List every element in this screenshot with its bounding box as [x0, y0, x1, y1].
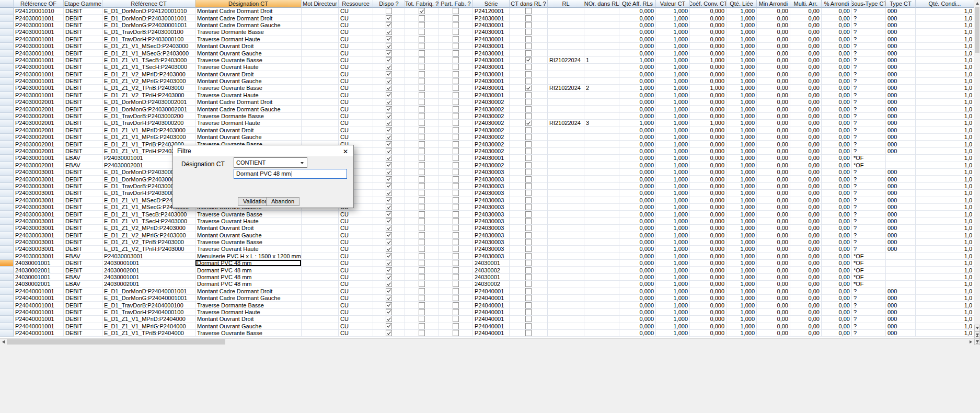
- cell-rl[interactable]: [548, 134, 584, 141]
- cell-qte_aff_rls[interactable]: 0,000: [619, 8, 656, 15]
- cell-sous_type_ct[interactable]: ?: [852, 22, 886, 29]
- cell-multi_arr[interactable]: 0,00: [790, 120, 822, 127]
- tot_fabriq-checkbox[interactable]: [419, 169, 425, 175]
- cell-rl[interactable]: [548, 288, 584, 295]
- cell-reference_of[interactable]: P24030003001: [14, 176, 64, 182]
- ct_dans_rl-checkbox[interactable]: [525, 162, 532, 168]
- cell-multi_arr[interactable]: 0,00: [790, 274, 822, 281]
- cell-valeur_ct[interactable]: 1,000: [656, 323, 690, 330]
- tot_fabriq-checkbox[interactable]: [419, 78, 425, 84]
- cell-serie[interactable]: P24040001: [473, 323, 510, 330]
- cell-mot_directeur[interactable]: [302, 267, 339, 273]
- cell-reference_of[interactable]: 24030001001: [14, 260, 64, 267]
- cell-valeur_ct[interactable]: 1,000: [656, 169, 690, 176]
- cell-designation_ct[interactable]: Dormant PVC 48 mm: [195, 267, 302, 273]
- cell-ressource[interactable]: CU: [339, 92, 373, 99]
- cell-min_arrondi[interactable]: 0,00: [757, 120, 790, 127]
- cell-dispo[interactable]: [373, 57, 405, 64]
- cell-valeur_ct[interactable]: 1,000: [656, 141, 690, 147]
- tot_fabriq-checkbox[interactable]: [419, 246, 425, 252]
- cell-sous_type_ct[interactable]: ?: [852, 309, 886, 316]
- cell-mot_directeur[interactable]: [302, 78, 339, 85]
- cell-reference_ct[interactable]: E_D1_Z1_V1_TPriB:P2404000: [102, 330, 195, 337]
- cell-ct_dans_rl[interactable]: [510, 155, 548, 162]
- cell-part_fab[interactable]: [439, 113, 473, 120]
- dispo-checkbox[interactable]: [386, 50, 392, 56]
- cell-type_ct[interactable]: [886, 281, 916, 288]
- cell-tot_fabriq[interactable]: [405, 113, 439, 120]
- cell-coef_conv_ct[interactable]: 0,000: [690, 302, 727, 308]
- cell-mot_directeur[interactable]: [302, 225, 339, 232]
- cell-designation_ct[interactable]: Traverse Ouvrant Haute: [195, 64, 302, 71]
- cell-rl[interactable]: [548, 253, 584, 260]
- cell-designation_ct[interactable]: Traverse Dormante Basse: [195, 29, 302, 36]
- cell-tot_fabriq[interactable]: [405, 260, 439, 267]
- ct_dans_rl-checkbox[interactable]: [525, 309, 532, 315]
- cell-coef_conv_ct[interactable]: 0,000: [690, 141, 727, 147]
- cell-qte_liee[interactable]: 1,000: [727, 274, 757, 281]
- cell-reference_ct[interactable]: E_D1_DorMonG:P24030002001: [102, 106, 195, 112]
- cell-reference_of[interactable]: P24040001001: [14, 330, 64, 337]
- cell-multi_arr[interactable]: 0,00: [790, 99, 822, 106]
- cell-rl[interactable]: [548, 281, 584, 288]
- cell-qte_condi[interactable]: 1,0: [916, 302, 974, 308]
- cell-qte_condi[interactable]: 1,0: [916, 78, 974, 85]
- ct_dans_rl-checkbox[interactable]: [525, 288, 532, 294]
- cell-qte_liee[interactable]: 1,000: [727, 197, 757, 204]
- cell-etape_gamme[interactable]: DEBIT: [64, 8, 102, 15]
- cell-min_arrondi[interactable]: 0,00: [757, 15, 790, 21]
- ct_dans_rl-checkbox[interactable]: [525, 197, 532, 203]
- dispo-checkbox[interactable]: [386, 204, 392, 210]
- cell-ct_dans_rl[interactable]: [510, 288, 548, 295]
- cell-dispo[interactable]: [373, 8, 405, 15]
- column-header-reference_ct[interactable]: Référence CT: [102, 0, 195, 8]
- cell-type_ct[interactable]: 000: [886, 225, 916, 232]
- cell-qte_aff_rls[interactable]: 0,000: [619, 295, 656, 302]
- cell-etape_gamme[interactable]: DEBIT: [64, 183, 102, 190]
- cell-qte_liee[interactable]: 1,000: [727, 239, 757, 246]
- cell-nor_dans_rl[interactable]: [584, 8, 619, 15]
- cell-ct_dans_rl[interactable]: [510, 22, 548, 29]
- dispo-checkbox[interactable]: [386, 225, 392, 231]
- cell-ressource[interactable]: CU: [339, 99, 373, 106]
- cell-sous_type_ct[interactable]: ?: [852, 134, 886, 141]
- cell-tot_fabriq[interactable]: [405, 36, 439, 43]
- cell-valeur_ct[interactable]: 1,000: [656, 330, 690, 337]
- cell-qte_aff_rls[interactable]: 0,000: [619, 99, 656, 106]
- ct_dans_rl-checkbox[interactable]: [525, 92, 532, 98]
- cell-coef_conv_ct[interactable]: 0,000: [690, 162, 727, 169]
- cell-reference_ct[interactable]: E_D1_TravDorB:P2404000100: [102, 302, 195, 308]
- cell-min_arrondi[interactable]: 0,00: [757, 309, 790, 316]
- cell-mot_directeur[interactable]: [302, 71, 339, 78]
- ct_dans_rl-checkbox[interactable]: [525, 22, 532, 28]
- row-header[interactable]: [0, 211, 14, 217]
- cell-rl[interactable]: [548, 232, 584, 239]
- cell-ressource[interactable]: CU: [339, 85, 373, 91]
- ct_dans_rl-checkbox[interactable]: [525, 260, 532, 266]
- cell-qte_liee[interactable]: 1,000: [727, 106, 757, 112]
- cell-qte_aff_rls[interactable]: 0,000: [619, 197, 656, 204]
- cell-qte_condi[interactable]: 1,0: [916, 260, 974, 267]
- cell-pct_arrondi[interactable]: 0,00: [822, 78, 852, 85]
- cell-reference_ct[interactable]: 24030002001: [102, 267, 195, 273]
- cell-pct_arrondi[interactable]: 0,00: [822, 267, 852, 273]
- part_fab-checkbox[interactable]: [453, 211, 459, 217]
- cell-qte_liee[interactable]: 1,000: [727, 78, 757, 85]
- cell-part_fab[interactable]: [439, 295, 473, 302]
- cell-qte_condi[interactable]: 1,0: [916, 267, 974, 273]
- cell-min_arrondi[interactable]: 0,00: [757, 330, 790, 337]
- tot_fabriq-checkbox[interactable]: [419, 134, 425, 140]
- cell-nor_dans_rl[interactable]: [584, 253, 619, 260]
- cell-tot_fabriq[interactable]: [405, 78, 439, 85]
- cell-qte_condi[interactable]: 1,0: [916, 99, 974, 106]
- ct_dans_rl-checkbox[interactable]: [525, 330, 532, 336]
- cell-serie[interactable]: P24030002: [473, 113, 510, 120]
- cell-designation_ct[interactable]: Traverse Ouvrant Haute: [195, 92, 302, 99]
- cell-ct_dans_rl[interactable]: [510, 183, 548, 190]
- ct_dans_rl-checkbox[interactable]: [525, 155, 532, 161]
- cell-rl[interactable]: [548, 22, 584, 29]
- cell-tot_fabriq[interactable]: [405, 281, 439, 288]
- cell-reference_of[interactable]: P24030002001: [14, 141, 64, 147]
- cell-tot_fabriq[interactable]: [405, 29, 439, 36]
- cell-qte_aff_rls[interactable]: 0,000: [619, 330, 656, 337]
